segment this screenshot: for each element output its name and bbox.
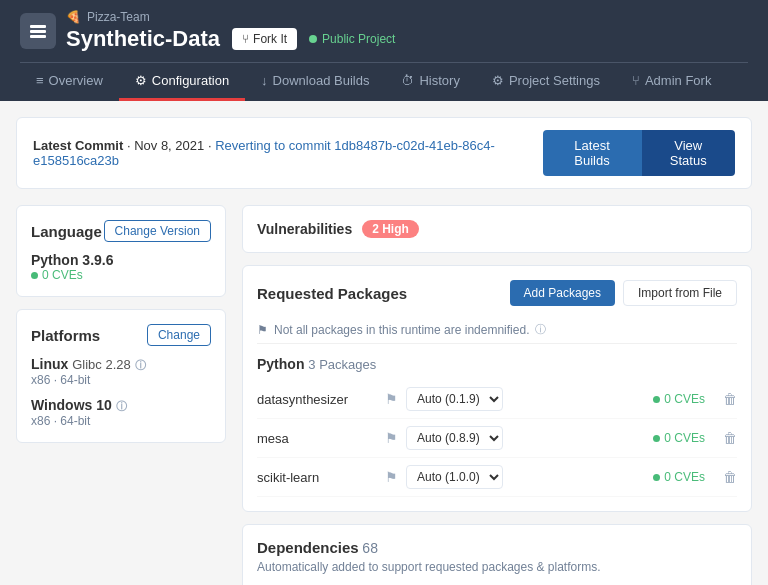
change-platform-button[interactable]: Change: [147, 324, 211, 346]
platform-windows: Windows 10 ⓘ x86 · 64-bit: [31, 397, 211, 428]
pkg-delete-0[interactable]: 🗑: [723, 391, 737, 407]
view-status-button[interactable]: View Status: [642, 130, 736, 176]
project-title: Synthetic-Data: [66, 26, 220, 52]
pkg-link-icon-2: ⚑: [385, 469, 398, 485]
language-card: Language Change Version Python 3.9.6 0 C…: [16, 205, 226, 297]
requested-packages-section: Requested Packages Add Packages Import f…: [242, 265, 752, 512]
notice-icon: ⚑: [257, 323, 268, 337]
nav-download-builds[interactable]: ↓ Download Builds: [245, 63, 385, 101]
add-packages-button[interactable]: Add Packages: [510, 280, 615, 306]
nav-history[interactable]: ⏱ History: [385, 63, 475, 101]
dependencies-section: Dependencies 68 Automatically added to s…: [242, 524, 752, 585]
change-version-button[interactable]: Change Version: [104, 220, 211, 242]
puzzle-icon: 🍕: [66, 10, 81, 24]
pkg-link-icon-1: ⚑: [385, 430, 398, 446]
pkg-cve-2: 0 CVEs: [653, 470, 705, 484]
import-from-file-button[interactable]: Import from File: [623, 280, 737, 306]
pkg-lang-header: Python 3 Packages: [257, 356, 737, 372]
right-column: Vulnerabilities 2 High Requested Package…: [242, 205, 752, 585]
svg-rect-2: [30, 35, 46, 38]
main-nav: ≡ Overview ⚙ Configuration ↓ Download Bu…: [20, 62, 748, 101]
pkg-version-select-1[interactable]: Auto (0.8.9): [406, 426, 503, 450]
left-column: Language Change Version Python 3.9.6 0 C…: [16, 205, 226, 585]
pkg-delete-1[interactable]: 🗑: [723, 430, 737, 446]
commit-bar: Latest Commit · Nov 8, 2021 · Reverting …: [16, 117, 752, 189]
pkg-row-scikitlearn: scikit-learn ⚑ Auto (1.0.0) 0 CVEs 🗑: [257, 458, 737, 497]
public-badge: Public Project: [309, 32, 395, 46]
history-icon: ⏱: [401, 73, 414, 88]
commit-actions: Latest Builds View Status: [543, 130, 735, 176]
nav-overview[interactable]: ≡ Overview: [20, 63, 119, 101]
notice-info-icon[interactable]: ⓘ: [535, 322, 546, 337]
fork-button[interactable]: ⑂ Fork It: [232, 28, 297, 50]
header: 🍕 Pizza-Team Synthetic-Data ⑂ Fork It Pu…: [0, 0, 768, 101]
config-icon: ⚙: [135, 73, 147, 88]
svg-rect-0: [30, 25, 46, 28]
pkg-delete-2[interactable]: 🗑: [723, 469, 737, 485]
platforms-card: Platforms Change Linux Glibc 2.28 ⓘ x86 …: [16, 309, 226, 443]
language-title: Language: [31, 223, 102, 240]
download-icon: ↓: [261, 73, 268, 88]
pkg-title: Requested Packages: [257, 285, 407, 302]
pkg-actions: Add Packages Import from File: [510, 280, 737, 306]
nav-admin-fork[interactable]: ⑂ Admin Fork: [616, 63, 727, 101]
commit-text: Latest Commit · Nov 8, 2021 · Reverting …: [33, 138, 543, 168]
pkg-cve-0: 0 CVEs: [653, 392, 705, 406]
fork-icon: ⑂: [242, 32, 249, 46]
vuln-label: Vulnerabilities: [257, 221, 352, 237]
pkg-row-datasynthesizer: datasynthesizer ⚑ Auto (0.1.9) 0 CVEs 🗑: [257, 380, 737, 419]
pkg-link-icon-0: ⚑: [385, 391, 398, 407]
main-content: Latest Commit · Nov 8, 2021 · Reverting …: [0, 101, 768, 585]
vuln-badge: 2 High: [362, 220, 419, 238]
settings-icon: ⚙: [492, 73, 504, 88]
nav-project-settings[interactable]: ⚙ Project Settings: [476, 63, 616, 101]
nav-configuration[interactable]: ⚙ Configuration: [119, 63, 245, 101]
platforms-title: Platforms: [31, 327, 100, 344]
cve-ok-dot: [31, 272, 38, 279]
latest-builds-button[interactable]: Latest Builds: [543, 130, 642, 176]
overview-icon: ≡: [36, 73, 44, 88]
team-label: 🍕 Pizza-Team: [66, 10, 395, 24]
pkg-version-select-2[interactable]: Auto (1.0.0): [406, 465, 503, 489]
pkg-notice: ⚑ Not all packages in this runtime are i…: [257, 316, 737, 344]
language-cve: 0 CVEs: [31, 268, 211, 282]
vulnerabilities-section: Vulnerabilities 2 High: [242, 205, 752, 253]
project-icon: [20, 13, 56, 49]
pkg-row-mesa: mesa ⚑ Auto (0.8.9) 0 CVEs 🗑: [257, 419, 737, 458]
windows-info-icon[interactable]: ⓘ: [116, 400, 127, 412]
admin-fork-icon: ⑂: [632, 73, 640, 88]
public-dot: [309, 35, 317, 43]
svg-rect-1: [30, 30, 46, 33]
linux-info-icon[interactable]: ⓘ: [135, 359, 146, 371]
dep-title: Dependencies: [257, 539, 359, 556]
pkg-version-select-0[interactable]: Auto (0.1.9): [406, 387, 503, 411]
pkg-cve-1: 0 CVEs: [653, 431, 705, 445]
language-name: Python 3.9.6: [31, 252, 211, 268]
platform-linux: Linux Glibc 2.28 ⓘ x86 · 64-bit: [31, 356, 211, 387]
